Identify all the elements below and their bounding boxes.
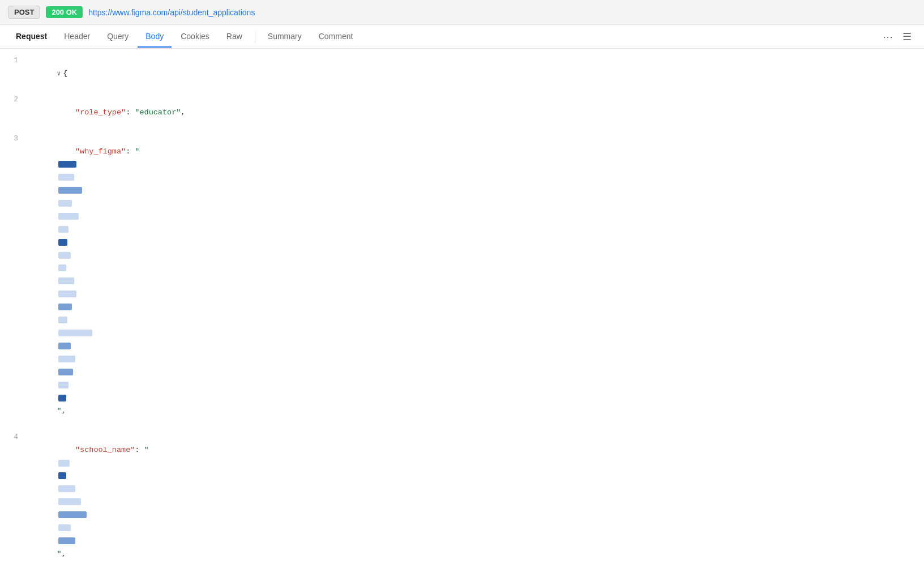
- nav-divider: [255, 31, 255, 42]
- more-icon: ⋯: [883, 31, 893, 43]
- url-colored[interactable]: www.figma.com/api/student_applications: [112, 8, 255, 17]
- nav-tabs: Request Header Query Body Cookies Raw Su…: [0, 25, 924, 49]
- tab-raw[interactable]: Raw: [219, 26, 250, 48]
- url-prefix: https://: [88, 8, 112, 17]
- code-line: 3 "why_figma": " ",: [0, 133, 924, 431]
- code-area: 1 ∨{ 2 "role_type": "educator", 3 "why_f…: [0, 49, 924, 564]
- more-options-button[interactable]: ⋯: [879, 28, 897, 46]
- settings-icon: ☰: [902, 31, 912, 43]
- tab-query[interactable]: Query: [99, 26, 136, 48]
- code-line: 4 "school_name": " ",: [0, 431, 924, 564]
- status-badge: 200 OK: [46, 6, 83, 18]
- tab-comment[interactable]: Comment: [311, 26, 361, 48]
- collapse-icon[interactable]: ∨: [57, 69, 61, 79]
- settings-button[interactable]: ☰: [898, 28, 916, 46]
- code-line: 2 "role_type": "educator",: [0, 93, 924, 133]
- tab-body[interactable]: Body: [138, 26, 172, 48]
- tab-request[interactable]: Request: [8, 26, 55, 48]
- top-bar: POST 200 OK https://www.figma.com/api/st…: [0, 0, 924, 25]
- method-badge: POST: [8, 6, 40, 19]
- url-bar: https://www.figma.com/api/student_applic…: [88, 8, 255, 17]
- tab-header[interactable]: Header: [56, 26, 98, 48]
- code-line: 1 ∨{: [0, 54, 924, 93]
- tab-summary[interactable]: Summary: [260, 26, 310, 48]
- tab-cookies[interactable]: Cookies: [173, 26, 217, 48]
